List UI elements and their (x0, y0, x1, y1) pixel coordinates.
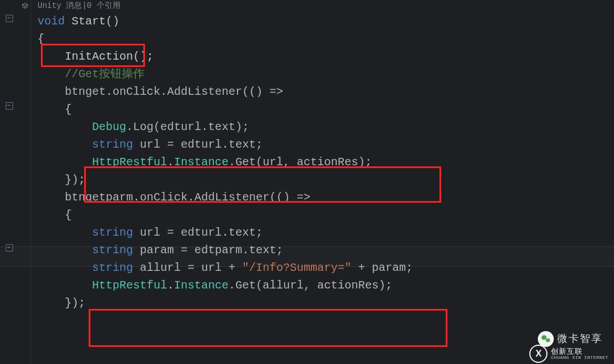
brand-en: CHUANG XIN INTERNET (551, 355, 608, 360)
code-line[interactable]: }); (38, 294, 614, 312)
code-line[interactable]: string url = edturl.text; (38, 224, 614, 241)
code-lens: Unity 消息|0 个引用 (38, 0, 614, 12)
code-editor[interactable]: Unity 消息|0 个引用 void Start() { InitAction… (0, 0, 614, 364)
brand-icon: X (529, 345, 547, 363)
brand-cn: 创新互联 (551, 348, 608, 355)
code-line[interactable]: }); (38, 171, 614, 189)
fold-toggle[interactable] (6, 244, 13, 252)
code-line[interactable]: { (38, 206, 614, 224)
code-line[interactable]: string allurl = url + "/Info?Summary=" +… (38, 259, 614, 277)
code-line[interactable]: Debug.Log(edturl.text); (38, 118, 614, 136)
code-line[interactable]: btnget.onClick.AddListener(() => (38, 83, 614, 101)
code-line[interactable]: void Start() (38, 12, 614, 30)
code-line[interactable]: { (38, 30, 614, 48)
code-line[interactable]: string url = edturl.text; (38, 136, 614, 153)
unity-icon (22, 2, 28, 9)
svg-point-0 (546, 338, 550, 342)
hint-refs: 0 个引用 (87, 1, 121, 10)
code-area[interactable]: Unity 消息|0 个引用 void Start() { InitAction… (31, 0, 614, 312)
highlight-box (89, 309, 447, 347)
hint-source: Unity (38, 1, 61, 10)
fold-toggle[interactable] (6, 15, 13, 22)
brand-badge: X 创新互联 CHUANG XIN INTERNET (529, 345, 608, 363)
code-line[interactable]: btngetparm.onClick.AddListener(() => (38, 189, 614, 206)
code-line[interactable]: //Get按钮操作 (38, 65, 614, 83)
gutter (0, 0, 31, 364)
code-line[interactable]: HttpRestful.Instance.Get(allurl, actionR… (38, 277, 614, 294)
hint-label: 消息 (66, 1, 82, 10)
code-line[interactable]: string param = edtparm.text; (38, 241, 614, 259)
code-line[interactable]: HttpRestful.Instance.Get(url, actionRes)… (38, 153, 614, 171)
code-line[interactable]: InitAction(); (38, 48, 614, 65)
code-line[interactable]: { (38, 101, 614, 118)
fold-toggle[interactable] (6, 102, 13, 110)
